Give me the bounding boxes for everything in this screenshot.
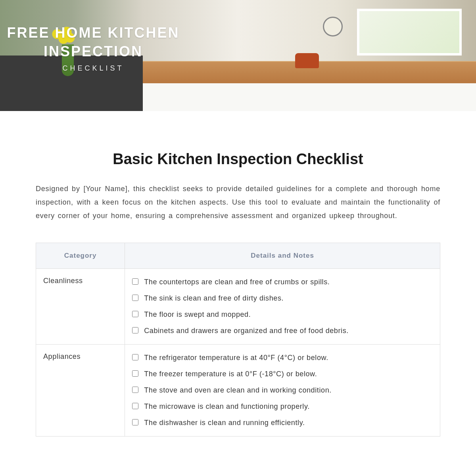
checkbox[interactable] [132, 295, 138, 301]
table-header-details: Details and Notes [125, 243, 440, 268]
table-row: AppliancesThe refrigerator temperature i… [36, 344, 440, 436]
checklist-item-label: The sink is clean and free of dirty dish… [144, 293, 284, 304]
checklist-item: The microwave is clean and functioning p… [132, 401, 433, 412]
checkbox[interactable] [132, 311, 138, 317]
checklist-item-label: The microwave is clean and functioning p… [144, 401, 310, 412]
checklist-item: The refrigerator temperature is at 40°F … [132, 352, 433, 363]
checkbox[interactable] [132, 327, 138, 333]
category-cell: Appliances [36, 344, 125, 436]
hero-subtitle: CHECKLIST [0, 64, 186, 73]
hero-text-block: FREE HOME KITCHEN INSPECTION CHECKLIST [0, 24, 186, 73]
checklist-item: The freezer temperature is at 0°F (-18°C… [132, 369, 433, 379]
checklist-item-label: The refrigerator temperature is at 40°F … [144, 352, 328, 363]
details-cell: The refrigerator temperature is at 40°F … [125, 344, 440, 436]
checkbox[interactable] [132, 278, 138, 285]
checklist-item: The floor is swept and mopped. [132, 309, 433, 320]
checklist-item: The stove and oven are clean and in work… [132, 385, 433, 396]
checkbox[interactable] [132, 370, 138, 377]
category-cell: Cleanliness [36, 268, 125, 344]
hero-banner: FREE HOME KITCHEN INSPECTION CHECKLIST [0, 0, 476, 111]
checklist-item: The countertops are clean and free of cr… [132, 277, 433, 287]
checklist-item: The sink is clean and free of dirty dish… [132, 293, 433, 304]
hero-title: FREE HOME KITCHEN INSPECTION [0, 24, 186, 61]
page-title: Basic Kitchen Inspection Checklist [36, 151, 440, 168]
table-row: CleanlinessThe countertops are clean and… [36, 268, 440, 344]
checklist-item-label: The dishwasher is clean and running effi… [144, 418, 305, 428]
checklist-item-label: Cabinets and drawers are organized and f… [144, 326, 349, 336]
details-cell: The countertops are clean and free of cr… [125, 268, 440, 344]
page-description: Designed by [Your Name], this checklist … [36, 182, 440, 223]
checklist-item-label: The stove and oven are clean and in work… [144, 385, 332, 396]
table-header-category: Category [36, 243, 125, 268]
checklist-table: Category Details and Notes CleanlinessTh… [36, 243, 440, 437]
checkbox[interactable] [132, 354, 138, 360]
checklist-item: Cabinets and drawers are organized and f… [132, 326, 433, 336]
checklist-item-label: The floor is swept and mopped. [144, 309, 251, 320]
checklist-item-label: The freezer temperature is at 0°F (-18°C… [144, 369, 317, 379]
checkbox[interactable] [132, 387, 138, 393]
content-area: Basic Kitchen Inspection Checklist Desig… [0, 111, 476, 437]
checkbox[interactable] [132, 419, 138, 425]
checkbox[interactable] [132, 403, 138, 409]
checklist-item: The dishwasher is clean and running effi… [132, 418, 433, 428]
checklist-item-label: The countertops are clean and free of cr… [144, 277, 330, 287]
